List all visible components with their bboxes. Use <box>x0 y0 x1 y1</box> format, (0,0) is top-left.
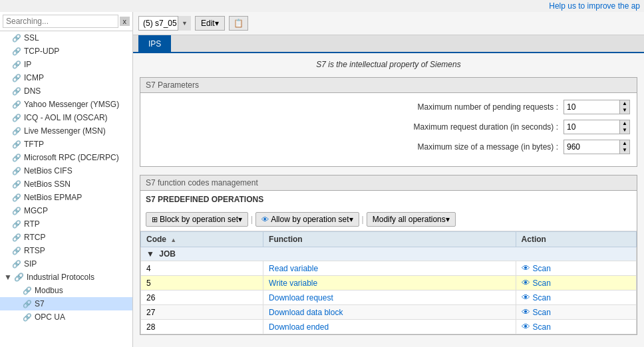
spin-up-1[interactable]: ▲ <box>620 120 629 127</box>
sidebar-item-label: SIP <box>24 259 37 269</box>
group-row-0[interactable]: ▼ JOB <box>141 247 637 261</box>
item-icon: 🔗 <box>12 140 21 149</box>
ops-table-body: ▼ JOB 4 Read variable 👁 Scan 5 Write var… <box>141 247 637 334</box>
operations-title: S7 function codes management <box>140 175 637 191</box>
param-input-wrapper-2: ▲ ▼ <box>564 140 630 154</box>
block-by-op-set-button[interactable]: ⊞ Block by operation set▾ <box>146 212 248 227</box>
spin-down-0[interactable]: ▼ <box>620 107 629 114</box>
sidebar-item-ip[interactable]: 🔗 IP <box>0 58 132 71</box>
table-row[interactable]: 26 Download request 👁 Scan <box>141 290 637 305</box>
scan-link[interactable]: 👁 Scan <box>522 263 631 273</box>
col-header-code[interactable]: Code ▲ <box>141 232 263 247</box>
sidebar-item-opc-ua[interactable]: 🔗 OPC UA <box>0 310 132 324</box>
content-header: (5) s7_05 ▼ Edit▾ 📋 <box>133 12 644 35</box>
item-icon: 🔗 <box>12 114 21 122</box>
col-code-label: Code <box>146 235 166 244</box>
s7-parameters-content: Maximum number of pending requests : ▲ ▼… <box>140 93 637 166</box>
top-bar: Help us to improve the ap <box>0 0 644 12</box>
sidebar-item-label: NetBios SSN <box>24 179 71 189</box>
group-name: JOB <box>159 249 176 259</box>
sidebar-item-mgcp[interactable]: 🔗 MGCP <box>0 204 132 217</box>
sidebar-item-label: TCP-UDP <box>24 47 59 56</box>
table-header-row: Code ▲ Function Action <box>141 232 637 247</box>
sidebar-item-label: ICMP <box>24 73 44 82</box>
scan-eye-icon: 👁 <box>522 263 530 273</box>
item-icon: 🔗 <box>12 260 21 269</box>
export-icon: 📋 <box>234 19 243 28</box>
sort-arrow-code: ▲ <box>170 237 176 243</box>
tabs: IPS <box>133 35 644 53</box>
cell-function: Write variable <box>263 276 516 290</box>
sidebar-item-yahoo[interactable]: 🔗 Yahoo Messenger (YMSG) <box>0 98 132 111</box>
table-row[interactable]: 5 Write variable 👁 Scan <box>141 276 637 290</box>
tab-ips[interactable]: IPS <box>138 35 171 52</box>
eye-icon: 👁 <box>261 215 269 223</box>
sidebar-item-netbios-cifs[interactable]: 🔗 NetBios CIFS <box>0 164 132 177</box>
protocol-selector[interactable]: (5) s7_05 <box>138 16 191 31</box>
scan-link[interactable]: 👁 Scan <box>522 322 631 332</box>
operations-section: S7 function codes management S7 PREDEFIN… <box>140 175 637 335</box>
cell-function: Download ended <box>263 320 516 334</box>
param-row-0: Maximum number of pending requests : ▲ ▼ <box>147 100 630 114</box>
sidebar-item-label: S7 <box>35 299 45 308</box>
sidebar-item-dns[interactable]: 🔗 DNS <box>0 84 132 98</box>
sidebar-item-ssl[interactable]: 🔗 SSL <box>0 31 132 45</box>
cell-function: Download data block <box>263 305 516 320</box>
sidebar-item-tcp-udp[interactable]: 🔗 TCP-UDP <box>0 45 132 58</box>
s7-parameters-title: S7 Parameters <box>140 78 637 93</box>
table-row[interactable]: 28 Download ended 👁 Scan <box>141 320 637 334</box>
sidebar-item-label: NetBios CIFS <box>24 166 73 175</box>
sidebar-item-tftp[interactable]: 🔗 TFTP <box>0 138 132 151</box>
scan-link[interactable]: 👁 Scan <box>522 292 631 302</box>
sidebar-item-sip[interactable]: 🔗 SIP <box>0 257 132 271</box>
group-toggle-icon[interactable]: ▼ <box>146 249 154 259</box>
item-icon: 🔗 <box>12 74 21 82</box>
param-input-duration[interactable] <box>564 121 619 133</box>
sidebar-item-rtp[interactable]: 🔗 RTP <box>0 217 132 231</box>
allow-by-op-set-button[interactable]: 👁 Allow by operation set▾ <box>255 212 359 227</box>
spin-up-0[interactable]: ▲ <box>620 100 629 107</box>
sidebar-item-netbios-ssn[interactable]: 🔗 NetBios SSN <box>0 177 132 191</box>
sidebar-item-industrial[interactable]: ▼ 🔗 Industrial Protocols <box>0 271 132 284</box>
allow-by-op-set-label: Allow by operation set▾ <box>271 215 353 224</box>
spin-down-1[interactable]: ▼ <box>620 127 629 134</box>
cell-code: 5 <box>141 276 263 290</box>
sidebar-item-rtcp[interactable]: 🔗 RTCP <box>0 231 132 244</box>
sidebar-item-icq[interactable]: 🔗 ICQ - AOL IM (OSCAR) <box>0 111 132 124</box>
sidebar-item-icmp[interactable]: 🔗 ICMP <box>0 71 132 84</box>
edit-button[interactable]: Edit▾ <box>195 16 225 31</box>
spin-up-2[interactable]: ▲ <box>620 140 629 147</box>
cell-action: 👁 Scan <box>516 276 636 290</box>
sidebar-item-msn[interactable]: 🔗 Live Messenger (MSN) <box>0 124 132 138</box>
export-button[interactable]: 📋 <box>229 16 248 31</box>
sidebar-item-label: IP <box>24 60 31 69</box>
col-header-function: Function <box>263 232 516 247</box>
table-row[interactable]: 4 Read variable 👁 Scan <box>141 261 637 276</box>
sidebar-item-s7[interactable]: 🔗 S7 <box>0 297 132 310</box>
sidebar-item-modbus[interactable]: 🔗 Modbus <box>0 284 132 297</box>
cell-function: Download request <box>263 290 516 305</box>
item-icon: 🔗 <box>12 233 21 242</box>
sidebar-item-label: Live Messenger (MSN) <box>24 126 106 136</box>
param-input-pending[interactable] <box>564 101 619 113</box>
param-input-size[interactable] <box>564 141 619 153</box>
sidebar-item-label: OPC UA <box>35 312 65 322</box>
item-icon: 🔗 <box>23 287 32 295</box>
scan-link[interactable]: 👁 Scan <box>522 307 631 317</box>
sidebar-item-rpc[interactable]: 🔗 Microsoft RPC (DCE/RPC) <box>0 151 132 164</box>
spin-down-2[interactable]: ▼ <box>620 147 629 154</box>
sidebar-item-rtsp[interactable]: 🔗 RTSP <box>0 244 132 257</box>
col-function-label: Function <box>269 235 303 244</box>
help-link[interactable]: Help us to improve the ap <box>549 1 640 11</box>
search-clear-button[interactable]: x <box>120 17 130 26</box>
sidebar-item-label: RTP <box>24 219 40 229</box>
scan-link[interactable]: 👁 Scan <box>522 278 631 288</box>
spin-btns-2: ▲ ▼ <box>619 140 629 154</box>
table-row[interactable]: 27 Download data block 👁 Scan <box>141 305 637 320</box>
modify-all-button[interactable]: Modify all operations▾ <box>367 212 456 227</box>
cell-code: 26 <box>141 290 263 305</box>
sidebar-item-netbios-epmap[interactable]: 🔗 NetBios EPMAP <box>0 191 132 204</box>
param-label-1: Maximum request duration (in seconds) : <box>147 122 564 132</box>
sidebar-item-label: Modbus <box>35 286 63 295</box>
search-input[interactable] <box>3 15 118 28</box>
